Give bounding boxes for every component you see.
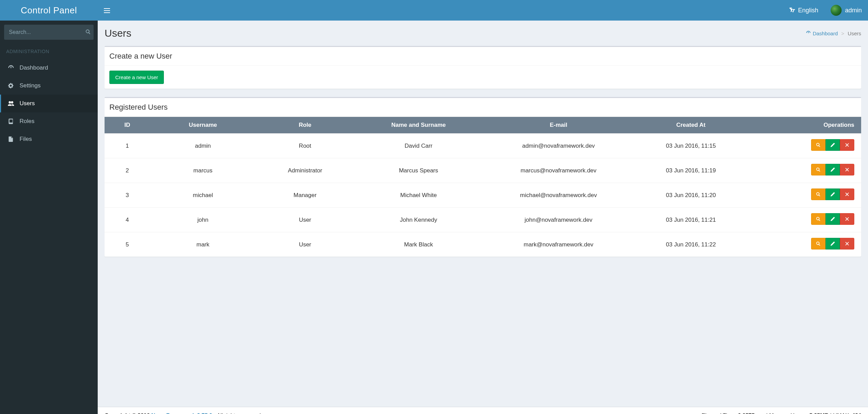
- delete-button[interactable]: [840, 188, 854, 200]
- edit-button[interactable]: [825, 238, 840, 249]
- cell-username: michael: [150, 183, 256, 208]
- search-input[interactable]: [4, 29, 82, 35]
- sidebar-item-roles[interactable]: Roles: [0, 112, 98, 130]
- sidebar-item-settings[interactable]: Settings: [0, 77, 98, 95]
- delete-button[interactable]: [840, 213, 854, 225]
- cell-email: admin@novaframework.dev: [483, 134, 634, 158]
- col-username: Username: [150, 117, 256, 134]
- times-icon: [845, 241, 849, 246]
- sidebar-item-users[interactable]: Users: [0, 95, 98, 112]
- user-menu[interactable]: admin: [824, 0, 868, 21]
- file-icon: [7, 136, 15, 142]
- registered-users-box: Registered Users ID Username Role Name a…: [105, 97, 861, 257]
- view-button[interactable]: [811, 139, 825, 151]
- cell-id: 3: [105, 183, 150, 208]
- footer-mem-value: 5.25MB: [809, 413, 829, 414]
- dashboard-icon: [806, 31, 811, 36]
- cell-name: Mark Black: [354, 232, 483, 257]
- view-button[interactable]: [811, 164, 825, 175]
- search-button[interactable]: [82, 29, 94, 36]
- language-selector[interactable]: English: [783, 0, 824, 21]
- dashboard-icon: [7, 65, 15, 71]
- col-operations: Operations: [748, 117, 861, 134]
- cell-operations: [748, 232, 861, 257]
- edit-button[interactable]: [825, 139, 840, 151]
- sidebar-toggle[interactable]: [98, 0, 116, 18]
- footer-elapsed-value: 0.0575: [738, 413, 755, 414]
- edit-button[interactable]: [825, 188, 840, 200]
- view-button[interactable]: [811, 188, 825, 200]
- cell-email: mark@novaframework.dev: [483, 232, 634, 257]
- search-icon: [816, 192, 821, 197]
- sidebar-item-label: Dashboard: [20, 64, 48, 71]
- sidebar: ADMINISTRATION Dashboard Settings Users …: [0, 21, 98, 414]
- breadcrumb-separator: >: [841, 31, 844, 36]
- breadcrumb-home-label: Dashboard: [813, 31, 838, 36]
- footer-umax-label: | UMAX:: [829, 413, 852, 414]
- col-role: Role: [256, 117, 354, 134]
- sidebar-item-files[interactable]: Files: [0, 130, 98, 148]
- gear-icon: [7, 83, 15, 89]
- list-box-title: Registered Users: [109, 103, 856, 112]
- cell-created: 03 Jun 2016, 11:19: [634, 158, 748, 183]
- language-icon: [789, 7, 795, 13]
- pencil-icon: [830, 192, 835, 197]
- book-icon: [7, 118, 15, 124]
- cell-created: 03 Jun 2016, 11:22: [634, 232, 748, 257]
- sidebar-item-label: Files: [20, 136, 32, 143]
- pencil-icon: [830, 143, 835, 147]
- search-box: [4, 25, 94, 40]
- sidebar-item-dashboard[interactable]: Dashboard: [0, 59, 98, 77]
- times-icon: [845, 192, 849, 197]
- sidebar-item-label: Roles: [20, 118, 34, 125]
- times-icon: [845, 143, 849, 147]
- cell-operations: [748, 208, 861, 232]
- cell-id: 4: [105, 208, 150, 232]
- breadcrumb-home[interactable]: Dashboard: [806, 31, 838, 36]
- delete-button[interactable]: [840, 164, 854, 175]
- brand-logo[interactable]: Control Panel: [0, 0, 98, 21]
- language-label: English: [798, 7, 818, 14]
- cell-id: 5: [105, 232, 150, 257]
- create-user-button[interactable]: Create a new User: [109, 71, 164, 84]
- delete-button[interactable]: [840, 238, 854, 249]
- delete-button[interactable]: [840, 139, 854, 151]
- users-table: ID Username Role Name and Surname E-mail…: [105, 117, 861, 257]
- cell-email: marcus@novaframework.dev: [483, 158, 634, 183]
- cell-username: marcus: [150, 158, 256, 183]
- cell-role: Administrator: [256, 158, 354, 183]
- pencil-icon: [830, 167, 835, 172]
- sidebar-item-label: Users: [20, 100, 35, 107]
- edit-button[interactable]: [825, 213, 840, 225]
- cell-username: admin: [150, 134, 256, 158]
- username-label: admin: [845, 7, 862, 14]
- cell-name: John Kennedy: [354, 208, 483, 232]
- search-icon: [85, 29, 91, 35]
- cell-email: michael@novaframework.dev: [483, 183, 634, 208]
- create-user-box: Create a new User Create a new User: [105, 46, 861, 89]
- footer-umax-value: 434: [852, 413, 861, 414]
- page-title: Users: [105, 27, 131, 39]
- cell-username: john: [150, 208, 256, 232]
- create-box-title: Create a new User: [109, 52, 856, 61]
- footer-copyright-prefix: Copyright © 2016: [105, 413, 151, 414]
- cell-username: mark: [150, 232, 256, 257]
- footer-framework-link[interactable]: Nova Framework 3.75.0: [151, 413, 212, 414]
- view-button[interactable]: [811, 238, 825, 249]
- cell-role: User: [256, 208, 354, 232]
- avatar: [831, 5, 842, 16]
- col-email: E-mail: [483, 117, 634, 134]
- cell-name: David Carr: [354, 134, 483, 158]
- cell-created: 03 Jun 2016, 11:15: [634, 134, 748, 158]
- sidebar-item-label: Settings: [20, 82, 40, 89]
- cell-created: 03 Jun 2016, 11:20: [634, 183, 748, 208]
- cell-operations: [748, 134, 861, 158]
- cell-role: User: [256, 232, 354, 257]
- table-row: 4johnUserJohn Kennedyjohn@novaframework.…: [105, 208, 861, 232]
- col-created: Created At: [634, 117, 748, 134]
- edit-button[interactable]: [825, 164, 840, 175]
- times-icon: [845, 217, 849, 221]
- search-icon: [816, 217, 821, 221]
- search-icon: [816, 143, 821, 147]
- view-button[interactable]: [811, 213, 825, 225]
